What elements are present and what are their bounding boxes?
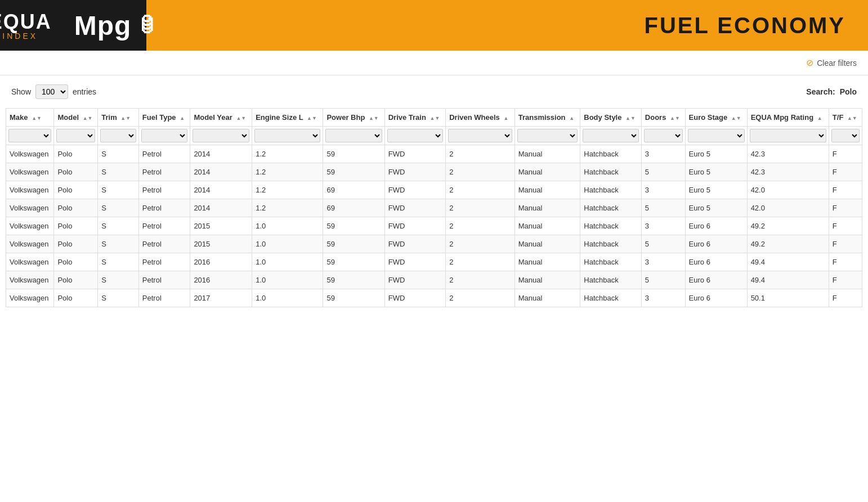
table-row[interactable]: VolkswagenPoloSPetrol20141.269FWD2Manual…	[6, 199, 862, 217]
controls-bar: Show 100 10 25 50 entries Search: Polo	[0, 75, 868, 108]
th-transmission[interactable]: Transmission ▲	[514, 109, 580, 127]
th-euro-stage[interactable]: Euro Stage ▲▼	[685, 109, 747, 127]
filter-power-select[interactable]	[325, 129, 382, 142]
filter-tf[interactable]	[829, 127, 862, 145]
filter-engine-select[interactable]	[254, 129, 320, 142]
filter-euro-select[interactable]	[688, 129, 745, 142]
table-cell: Euro 6	[685, 253, 747, 271]
filter-engine[interactable]	[252, 127, 323, 145]
table-cell: S	[98, 235, 139, 253]
entries-label: entries	[73, 87, 96, 96]
filter-power[interactable]	[323, 127, 384, 145]
th-drive-train[interactable]: Drive Train ▲▼	[384, 109, 446, 127]
table-cell: 3	[641, 217, 685, 235]
table-row[interactable]: VolkswagenPoloSPetrol20141.259FWD2Manual…	[6, 145, 862, 163]
table-row[interactable]: VolkswagenPoloSPetrol20151.059FWD2Manual…	[6, 235, 862, 253]
table-row[interactable]: VolkswagenPoloSPetrol20141.269FWD2Manual…	[6, 181, 862, 199]
table-cell: 2	[446, 181, 515, 199]
th-body-style[interactable]: Body Style ▲▼	[580, 109, 642, 127]
th-equa-mpg[interactable]: EQUA Mpg Rating ▲	[747, 109, 829, 127]
table-cell: Hatchback	[580, 289, 642, 307]
filter-tf-select[interactable]	[831, 129, 860, 142]
filter-trans[interactable]	[514, 127, 580, 145]
logo-block: EQUA INDEX Mpg 🛢	[0, 0, 146, 51]
table-row[interactable]: VolkswagenPoloSPetrol20161.059FWD2Manual…	[6, 253, 862, 271]
th-model-year[interactable]: Model Year ▲▼	[190, 109, 252, 127]
table-cell: 2	[446, 199, 515, 217]
th-fuel-type[interactable]: Fuel Type ▲	[138, 109, 190, 127]
table-cell: 2	[446, 145, 515, 163]
table-cell: 2016	[190, 253, 252, 271]
table-cell: S	[98, 181, 139, 199]
table-cell: 5	[641, 235, 685, 253]
table-cell: FWD	[384, 199, 446, 217]
table-cell: 42.3	[747, 145, 829, 163]
th-tf[interactable]: T/F ▲▼	[829, 109, 862, 127]
table-cell: Petrol	[138, 163, 190, 181]
filter-model[interactable]	[54, 127, 98, 145]
logo-equa-text: EQUA	[0, 10, 52, 34]
table-body: VolkswagenPoloSPetrol20141.259FWD2Manual…	[6, 145, 862, 307]
table-cell: FWD	[384, 217, 446, 235]
table-cell: Polo	[54, 289, 98, 307]
table-row[interactable]: VolkswagenPoloSPetrol20161.059FWD2Manual…	[6, 271, 862, 289]
table-cell: 3	[641, 289, 685, 307]
filter-body-select[interactable]	[583, 129, 639, 142]
filter-equa[interactable]	[747, 127, 829, 145]
filter-make-select[interactable]	[8, 129, 51, 142]
table-row[interactable]: VolkswagenPoloSPetrol20141.259FWD2Manual…	[6, 163, 862, 181]
table-cell: Petrol	[138, 181, 190, 199]
th-model[interactable]: Model ▲▼	[54, 109, 98, 127]
table-cell: 5	[641, 163, 685, 181]
table-cell: 2017	[190, 289, 252, 307]
filter-model-select[interactable]	[56, 129, 95, 142]
filter-year[interactable]	[190, 127, 252, 145]
table-cell: Polo	[54, 163, 98, 181]
table-cell: S	[98, 271, 139, 289]
filter-trim-select[interactable]	[100, 129, 136, 142]
table-cell: FWD	[384, 235, 446, 253]
sort-arrows-year: ▲▼	[236, 115, 246, 121]
filter-make[interactable]	[6, 127, 54, 145]
filter-driven[interactable]	[446, 127, 515, 145]
table-cell: F	[829, 271, 862, 289]
table-cell: Petrol	[138, 145, 190, 163]
filter-doors[interactable]	[641, 127, 685, 145]
table-cell: Hatchback	[580, 235, 642, 253]
clear-filters-button[interactable]: ⊘ Clear filters	[806, 57, 857, 68]
table-cell: 5	[641, 199, 685, 217]
filter-drive[interactable]	[384, 127, 446, 145]
filter-fuel[interactable]	[138, 127, 190, 145]
filter-equa-select[interactable]	[750, 129, 826, 142]
sort-arrows-engine: ▲▼	[307, 115, 317, 121]
table-cell: 42.0	[747, 181, 829, 199]
th-doors[interactable]: Doors ▲▼	[641, 109, 685, 127]
filter-fuel-select[interactable]	[141, 129, 188, 142]
table-cell: Manual	[514, 289, 580, 307]
table-cell: 1.2	[252, 181, 323, 199]
table-row[interactable]: VolkswagenPoloSPetrol20171.059FWD2Manual…	[6, 289, 862, 307]
filter-euro[interactable]	[685, 127, 747, 145]
table-cell: Manual	[514, 271, 580, 289]
th-driven-wheels[interactable]: Driven Wheels ▲	[446, 109, 515, 127]
th-engine-size[interactable]: Engine Size L ▲▼	[252, 109, 323, 127]
table-row[interactable]: VolkswagenPoloSPetrol20151.059FWD2Manual…	[6, 217, 862, 235]
table-cell: S	[98, 253, 139, 271]
filter-trim[interactable]	[98, 127, 139, 145]
table-cell: 2	[446, 253, 515, 271]
table-cell: Manual	[514, 217, 580, 235]
th-trim[interactable]: Trim ▲▼	[98, 109, 139, 127]
filter-driven-select[interactable]	[448, 129, 512, 142]
filter-trans-select[interactable]	[517, 129, 578, 142]
entries-select[interactable]: 100 10 25 50	[35, 84, 68, 99]
table-cell: FWD	[384, 163, 446, 181]
table-cell: S	[98, 199, 139, 217]
filter-year-select[interactable]	[193, 129, 249, 142]
th-make[interactable]: Make ▲▼	[6, 109, 54, 127]
filter-doors-select[interactable]	[644, 129, 683, 142]
th-power-bhp[interactable]: Power Bhp ▲▼	[323, 109, 384, 127]
table-cell: Volkswagen	[6, 253, 54, 271]
filter-drive-select[interactable]	[387, 129, 444, 142]
filter-body[interactable]	[580, 127, 642, 145]
table-cell: 2014	[190, 145, 252, 163]
